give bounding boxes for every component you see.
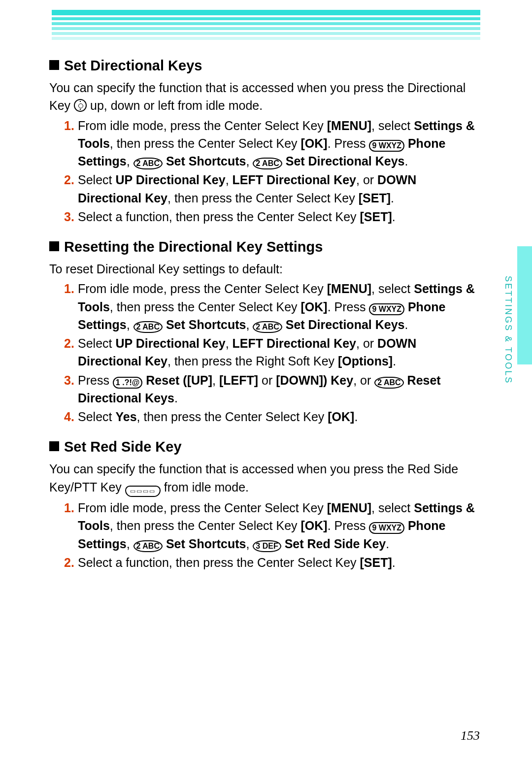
step-item: 2. Select UP Directional Key, LEFT Direc… [64, 171, 480, 207]
step-number: 3. [64, 371, 74, 389]
heading-set-red-side-key: Set Red Side Key [49, 436, 480, 457]
step-item: 4. Select Yes, then press the Center Sel… [64, 408, 480, 426]
manual-page: SETTINGS & TOOLS Set Directional Keys Yo… [0, 0, 532, 757]
key-2-icon: 2 ABC [133, 158, 163, 169]
steps-set-directional-keys: 1. From idle mode, press the Center Sele… [49, 117, 480, 226]
step-number: 1. [64, 117, 74, 134]
section-tab [517, 246, 532, 364]
step-item: 3. Press 1 .?!@ Reset ([UP], [LEFT] or [… [64, 371, 480, 407]
key-9-icon: 9 WXYZ [369, 303, 404, 315]
step-item: 1. From idle mode, press the Center Sele… [64, 117, 480, 170]
key-2-icon: 2 ABC [133, 540, 163, 552]
square-bullet-icon [49, 60, 59, 70]
directional-key-icon [74, 99, 87, 112]
step-item: 1. From idle mode, press the Center Sele… [64, 280, 480, 333]
heading-text: Set Directional Keys [64, 58, 202, 73]
key-3-icon: 3 DEF [253, 540, 281, 552]
key-2-icon: 2 ABC [374, 377, 403, 389]
heading-text: Resetting the Directional Key Settings [64, 239, 323, 255]
key-9-icon: 9 WXYZ [369, 140, 404, 152]
intro-set-directional-keys: You can specify the function that is acc… [49, 79, 480, 115]
heading-text: Set Red Side Key [64, 439, 182, 455]
step-number: 3. [64, 208, 74, 226]
key-2-icon: 2 ABC [253, 321, 282, 333]
header-stripes [52, 10, 480, 42]
intro-reset-directional-keys: To reset Directional Key settings to def… [49, 260, 480, 278]
heading-reset-directional-keys: Resetting the Directional Key Settings [49, 236, 480, 257]
square-bullet-icon [49, 441, 59, 451]
intro-set-red-side-key: You can specify the function that is acc… [49, 460, 480, 497]
step-item: 2. Select UP Directional Key, LEFT Direc… [64, 334, 480, 370]
step-number: 4. [64, 408, 74, 426]
page-content: Set Directional Keys You can specify the… [49, 44, 480, 572]
step-number: 2. [64, 334, 74, 352]
ptt-key-icon: ▭▭▭▭ [125, 486, 161, 497]
section-tab-label: SETTINGS & TOOLS [503, 276, 513, 384]
page-number: 153 [461, 728, 480, 743]
step-number: 2. [64, 171, 74, 189]
key-1-icon: 1 .?!@ [113, 377, 143, 389]
step-number: 1. [64, 499, 74, 517]
step-number: 2. [64, 554, 74, 571]
square-bullet-icon [49, 241, 59, 251]
key-9-icon: 9 WXYZ [369, 522, 404, 534]
step-item: 3. Select a function, then press the Cen… [64, 208, 480, 226]
heading-set-directional-keys: Set Directional Keys [49, 55, 480, 76]
steps-set-red-side-key: 1. From idle mode, press the Center Sele… [49, 499, 480, 571]
step-number: 1. [64, 280, 74, 297]
key-2-icon: 2 ABC [133, 321, 163, 333]
key-2-icon: 2 ABC [253, 158, 282, 169]
step-item: 1. From idle mode, press the Center Sele… [64, 499, 480, 553]
steps-reset-directional-keys: 1. From idle mode, press the Center Sele… [49, 280, 480, 426]
step-item: 2. Select a function, then press the Cen… [64, 554, 480, 571]
